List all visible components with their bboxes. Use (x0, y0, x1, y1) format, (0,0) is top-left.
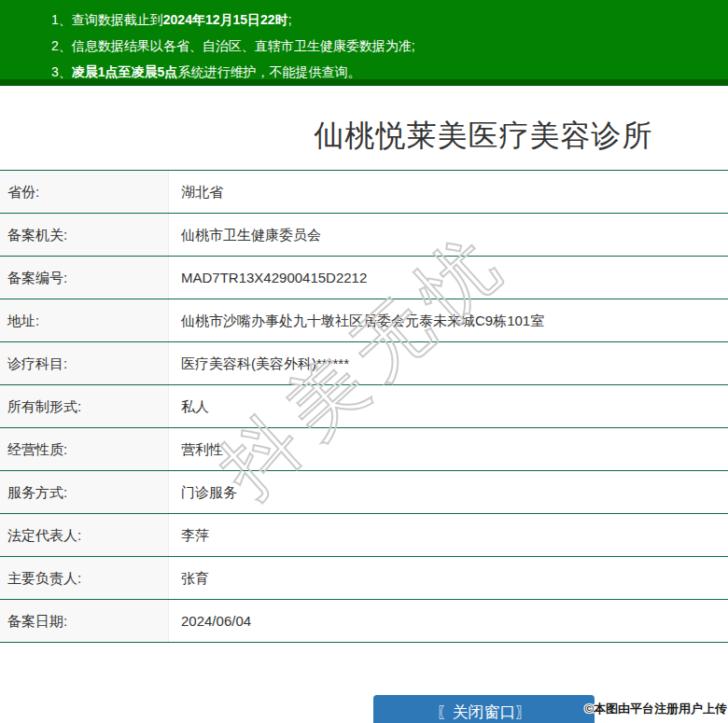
field-label: 经营性质: (0, 428, 169, 470)
field-value: 医疗美容科(美容外科)****** (169, 342, 728, 384)
notice-line-1-text: 1、查询数据截止到 (51, 12, 163, 27)
field-label: 省份: (0, 171, 169, 213)
notice-line-3-post: 系统进行维护，不能提供查询。 (177, 64, 360, 79)
field-label: 诊疗科目: (0, 342, 169, 384)
field-label: 法定代表人: (0, 514, 169, 556)
title-area: 仙桃悦莱美医疗美容诊所 (239, 112, 728, 159)
table-row: 诊疗科目: 医疗美容科(美容外科)****** (0, 342, 728, 385)
field-value: 2024/06/04 (169, 600, 728, 642)
field-value: 仙桃市卫生健康委员会 (169, 214, 728, 256)
records-table: 省份: 湖北省 备案机关: 仙桃市卫生健康委员会 备案编号: MAD7TR13X… (0, 170, 728, 643)
notice-line-3: 3、凌晨1点至凌晨5点系统进行维护，不能提供查询。 (51, 59, 728, 85)
notice-line-1-bold: 2024年12月15日22时 (163, 12, 288, 27)
table-row: 备案日期: 2024/06/04 (0, 600, 728, 643)
notice-banner: 1、查询数据截止到2024年12月15日22时; 2、信息数据结果以各省、自治区… (0, 0, 728, 86)
field-value: 私人 (169, 385, 728, 427)
page-title: 仙桃悦莱美医疗美容诊所 (239, 112, 728, 159)
field-value: MAD7TR13X42900415D2212 (169, 257, 728, 299)
notice-line-2: 2、信息数据结果以各省、自治区、直辖市卫生健康委数据为准; (51, 33, 728, 59)
field-label: 地址: (0, 299, 169, 341)
field-label: 所有制形式: (0, 385, 169, 427)
field-value: 营利性 (169, 428, 728, 470)
notice-line-1: 1、查询数据截止到2024年12月15日22时; (51, 7, 728, 33)
table-row: 服务方式: 门诊服务 (0, 471, 728, 514)
table-row: 所有制形式: 私人 (0, 385, 728, 428)
field-label: 主要负责人: (0, 557, 169, 599)
notice-line-3-text: 3、 (51, 64, 72, 79)
table-row: 备案编号: MAD7TR13X42900415D2212 (0, 257, 728, 299)
field-label: 服务方式: (0, 471, 169, 513)
field-value: 仙桃市沙嘴办事处九十墩社区居委会元泰未来城C9栋101室 (169, 299, 728, 341)
field-value: 张育 (169, 557, 728, 599)
table-row: 法定代表人: 李萍 (0, 514, 728, 557)
field-label: 备案编号: (0, 257, 169, 299)
field-label: 备案日期: (0, 600, 169, 642)
table-row: 地址: 仙桃市沙嘴办事处九十墩社区居委会元泰未来城C9栋101室 (0, 299, 728, 342)
field-value: 湖北省 (169, 171, 728, 213)
field-value: 李萍 (169, 514, 728, 556)
table-row: 主要负责人: 张育 (0, 557, 728, 600)
table-row: 省份: 湖北省 (0, 171, 728, 214)
table-row: 备案机关: 仙桃市卫生健康委员会 (0, 214, 728, 257)
field-value: 门诊服务 (169, 471, 728, 513)
close-window-button[interactable]: 〖关闭窗口〗 (373, 695, 595, 723)
table-row: 经营性质: 营利性 (0, 428, 728, 471)
notice-line-3-bold: 凌晨1点至凌晨5点 (72, 64, 178, 79)
field-label: 备案机关: (0, 214, 169, 256)
copyright-watermark: ©本图由平台注册用户上传 (584, 701, 727, 717)
notice-line-1-post: ; (288, 12, 292, 27)
notice-line-2-text: 2、信息数据结果以各省、自治区、直辖市卫生健康委数据为准; (51, 38, 415, 53)
